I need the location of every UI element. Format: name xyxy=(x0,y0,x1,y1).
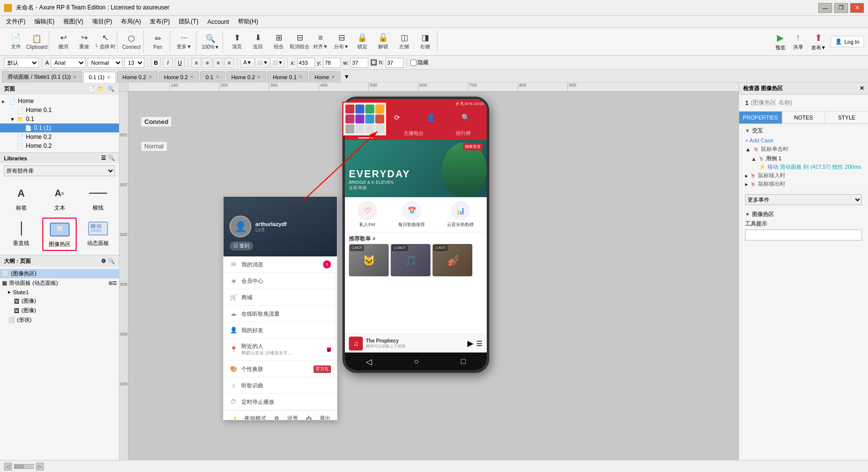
add-case-link[interactable]: + Add Case xyxy=(745,137,773,143)
sidebar-menu-identify[interactable]: ♫ 听歌识曲 xyxy=(223,377,337,394)
player-play-btn[interactable]: ▶ xyxy=(467,339,473,348)
connect-button[interactable]: ⬡Connect xyxy=(121,31,141,53)
ungroup-button[interactable]: ⊟取消组合 xyxy=(290,31,310,53)
menu-help[interactable]: 帮助(H) xyxy=(234,16,262,27)
phone-back-btn[interactable]: ◁ xyxy=(366,357,372,366)
fill-color-picker[interactable]: ⬜▼ xyxy=(255,58,269,68)
top-button[interactable]: ⬆顶页 xyxy=(227,31,247,53)
sidebar-menu-nearby[interactable]: 📍 附近的人 网易云音乐·沙滩音乐节… ● xyxy=(223,339,337,361)
select-button[interactable]: ↖└ 选择 时 xyxy=(95,31,115,53)
sidebar-menu-friends[interactable]: 👤 我的好友 xyxy=(223,322,337,339)
publish-button[interactable]: ⬆ 发布▼ xyxy=(808,31,829,52)
menu-team[interactable]: 团队(T) xyxy=(175,16,202,27)
mouse-click-event[interactable]: ▲ 🖱 鼠标单击时 xyxy=(745,145,862,153)
mouse-leave-event[interactable]: ▸ 🖱 鼠标移出时 xyxy=(745,180,862,188)
page-home02a[interactable]: ▸ 📄 Home 0.2 xyxy=(0,132,119,141)
menu-account[interactable]: Account xyxy=(204,17,233,26)
h-input[interactable]: 37 xyxy=(386,58,404,68)
phone-menu-fm[interactable]: ♡ 私人FM xyxy=(358,201,377,228)
menu-project[interactable]: 项目(P) xyxy=(88,16,116,27)
tooltip-input[interactable] xyxy=(745,230,862,240)
sidebar-menu-shop[interactable]: 🛒 商城 xyxy=(223,289,337,306)
align-center-button[interactable]: ≡ xyxy=(202,58,212,68)
left-panel-button[interactable]: ◫左侧 xyxy=(394,31,414,53)
undo-button[interactable]: ↩撤消 xyxy=(53,31,73,53)
phone-nav-user[interactable]: 👤 xyxy=(427,114,435,121)
outline-shape[interactable]: ⬜ (形状) xyxy=(0,315,119,325)
expand-home[interactable]: ▸ xyxy=(2,99,8,104)
album-1[interactable]: ◫40万 🐱 xyxy=(349,244,389,276)
tab-slider-state[interactable]: 滑动面板 / State1 (0.1 (1)) ✕ xyxy=(2,71,82,82)
menu-view[interactable]: 视图(V) xyxy=(59,16,87,27)
expand-01[interactable]: ▼ xyxy=(10,117,16,122)
page-01-1[interactable]: ▸ 📄 0.1 (1) xyxy=(0,123,119,132)
tab-overflow-button[interactable]: ▼ xyxy=(341,71,351,82)
album-2[interactable]: ◫160万 🎵 xyxy=(391,244,431,276)
unlock-button[interactable]: 🔓解锁 xyxy=(373,31,393,53)
outline-state1[interactable]: ▸ State1 xyxy=(0,288,119,296)
hidden-checkbox[interactable]: 隐藏 xyxy=(410,58,429,68)
lib-item-hotspot[interactable]: ⬜ 图像热区 xyxy=(42,218,77,251)
align-button[interactable]: ≡对齐▼ xyxy=(311,31,330,53)
phone-recent-btn[interactable]: □ xyxy=(461,357,466,366)
libraries-header[interactable]: Libraries ☰ 🔍 xyxy=(0,153,119,163)
menu-layout[interactable]: 布局(A) xyxy=(117,16,145,27)
lib-item-label[interactable]: A 标签 xyxy=(4,182,38,214)
use-case-1-row[interactable]: ▲ 🖱 用例 1 xyxy=(751,154,862,163)
outline-search-icon[interactable]: 🔍 xyxy=(108,258,115,264)
outline-img1[interactable]: 🖼 (图像) xyxy=(0,296,119,306)
scroll-right-btn[interactable]: ▷ xyxy=(36,463,44,471)
hotspot-section-header[interactable]: ▼ 图像热区 xyxy=(745,211,862,218)
tab-notes[interactable]: NOTES xyxy=(782,112,826,123)
menu-edit[interactable]: 编辑(E) xyxy=(30,16,58,27)
sidebar-menu-theme[interactable]: 🎨 个性换肤 官方红 xyxy=(223,361,337,377)
page-home02b[interactable]: ▸ 📄 Home 0.2 xyxy=(0,141,119,150)
tab-home02c-close[interactable]: ✕ xyxy=(257,74,261,80)
sidebar-menu-data[interactable]: ☁ 在线听歌免流量 xyxy=(223,306,337,322)
border-color-picker[interactable]: ⬜▼ xyxy=(270,58,284,68)
outline-filter-icon[interactable]: ⚙ xyxy=(101,258,106,264)
outline-hotspot[interactable]: ⬜ (图像热区) xyxy=(0,269,119,278)
align-right-button[interactable]: ≡ xyxy=(213,58,223,68)
font-size-select[interactable]: 13 xyxy=(124,58,144,68)
phone-nav-search[interactable]: 🔍 xyxy=(461,114,470,121)
font-style-select[interactable]: Normal xyxy=(88,58,122,68)
underline-button[interactable]: U xyxy=(175,58,185,68)
tab-home01-close[interactable]: ✕ xyxy=(299,74,303,80)
y-input[interactable]: 78 xyxy=(323,58,341,68)
tab-01-close[interactable]: ✕ xyxy=(216,74,219,80)
back-button[interactable]: ⬇送回 xyxy=(248,31,268,53)
phone-nav-refresh[interactable]: ⟳ xyxy=(394,114,400,121)
pages-header[interactable]: 页面 📄 📁 🔍 xyxy=(0,83,119,95)
group-button[interactable]: ⊞组合 xyxy=(269,31,289,53)
tab-01[interactable]: 0.1 ✕ xyxy=(200,71,224,82)
phone-menu-daily[interactable]: 📅 每日歌曲推荐 xyxy=(398,201,425,228)
outline-slider[interactable]: ▦ 滑动面板 (动态面板) ⊞☰ xyxy=(0,278,119,288)
page-01[interactable]: ▼ 📁 0.1 xyxy=(0,115,119,123)
hidden-check[interactable] xyxy=(410,58,417,68)
page-home01[interactable]: ▸ 📄 Home 0.1 xyxy=(0,106,119,115)
pages-add-icon[interactable]: 📄 xyxy=(87,85,95,93)
lib-item-dynpanel[interactable]: 动态面板 xyxy=(81,218,115,251)
close-button[interactable]: ✕ xyxy=(850,3,864,13)
lib-item-text[interactable]: A≡ 文本 xyxy=(42,182,77,214)
tab-home-close[interactable]: ✕ xyxy=(331,74,335,80)
tab-home02a-close[interactable]: ✕ xyxy=(148,74,152,80)
menu-file[interactable]: 文件(F) xyxy=(2,16,29,27)
tab-01-1-close[interactable]: ✕ xyxy=(107,75,110,80)
restore-button[interactable]: ❐ xyxy=(834,3,848,13)
phone-home-btn[interactable]: ○ xyxy=(414,357,419,366)
player-list-btn[interactable]: ☰ xyxy=(476,340,483,348)
scroll-left-btn[interactable]: ◁ xyxy=(4,463,12,471)
lib-item-vline[interactable]: 垂直线 xyxy=(4,218,38,251)
font-color-picker[interactable]: A▼ xyxy=(240,58,254,68)
canvas-content[interactable]: Conned Normal 👤 arthurlazydf Lv.8 ☑ 签到 xyxy=(128,92,739,460)
more-button[interactable]: ···更多▼ xyxy=(174,31,194,53)
italic-button[interactable]: I xyxy=(163,58,173,68)
tab-home[interactable]: Home ✕ xyxy=(309,71,340,82)
font-family-select[interactable]: Arial xyxy=(51,58,86,68)
tab-slider-state-close[interactable]: ✕ xyxy=(73,74,77,80)
redo-button[interactable]: ↪重做 xyxy=(74,31,94,53)
inspector-close-icon[interactable]: ✕ xyxy=(860,85,864,92)
login-button[interactable]: 👤 Log In xyxy=(831,36,864,47)
